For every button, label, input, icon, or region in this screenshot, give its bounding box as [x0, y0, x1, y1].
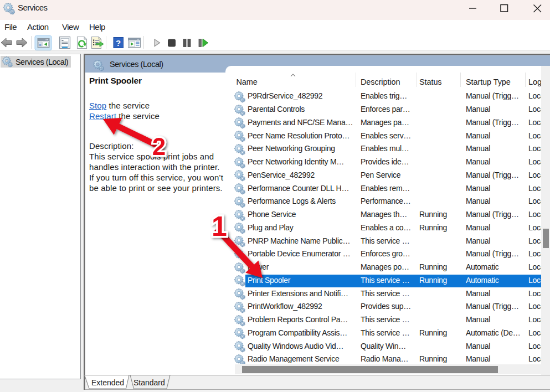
svg-text:2: 2 [152, 133, 166, 160]
svg-text:1: 1 [212, 211, 227, 242]
